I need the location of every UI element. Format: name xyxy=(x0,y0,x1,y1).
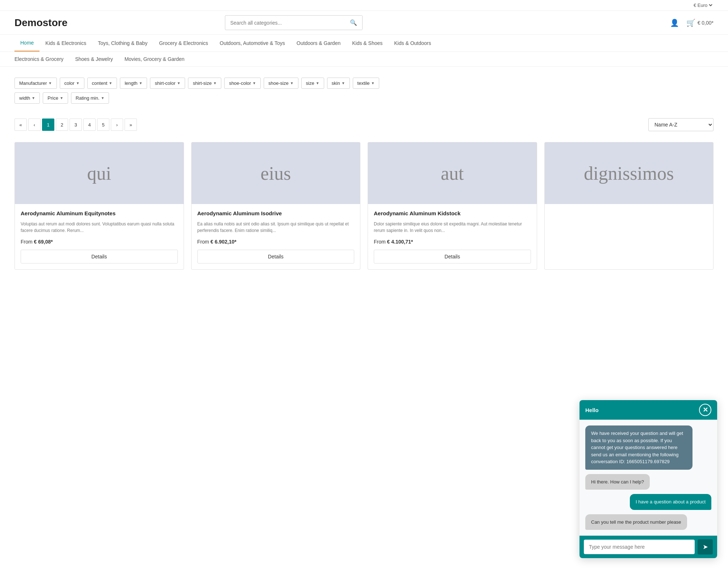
product-desc-0: Voluptas aut rerum aut modi dolores sunt… xyxy=(21,221,178,234)
nav-item-movies-grocery-garden[interactable]: Movies, Grocery & Garden xyxy=(119,52,191,66)
pagination-page-3[interactable]: 3 xyxy=(70,119,82,131)
sort-select[interactable]: Name A-Z Name Z-A Price Low-High Price H… xyxy=(648,118,714,131)
filters-row-1: Manufacturer ▼ color ▼ content ▼ length … xyxy=(14,78,714,89)
cart-amount: € 0,00* xyxy=(698,20,714,26)
user-icon: 👤 xyxy=(670,18,679,27)
logo-rest: store xyxy=(43,17,67,28)
pagination-page-4[interactable]: 4 xyxy=(83,119,96,131)
search-button[interactable]: 🔍 xyxy=(345,16,362,30)
pagination: « ‹ 1 2 3 4 5 › » xyxy=(14,119,137,131)
logo[interactable]: Demostore xyxy=(14,17,67,29)
chevron-down-icon: ▼ xyxy=(32,96,35,100)
product-card-0: qui Aerodynamic Aluminum Equitynotes Vol… xyxy=(14,142,184,270)
pagination-prev[interactable]: ‹ xyxy=(28,119,41,131)
nav-item-kids-outdoors[interactable]: Kids & Outdoors xyxy=(388,35,437,51)
product-image-text-2: aut xyxy=(441,163,464,184)
currency-selector[interactable]: € Euro $ USD xyxy=(692,2,714,8)
chevron-down-icon: ▼ xyxy=(371,81,375,85)
product-image-3: dignissimos xyxy=(545,142,714,204)
filter-skin[interactable]: skin ▼ xyxy=(327,78,350,89)
filter-size[interactable]: size ▼ xyxy=(301,78,324,89)
product-desc-3 xyxy=(551,213,708,253)
product-image-2: aut xyxy=(368,142,537,204)
details-button-2[interactable]: Details xyxy=(374,250,531,263)
nav-item-outdoors-auto[interactable]: Outdoors, Automotive & Toys xyxy=(214,35,291,51)
top-bar: € Euro $ USD xyxy=(0,0,728,11)
filter-shirt-size[interactable]: shirt-size ▼ xyxy=(188,78,221,89)
product-image-text-3: dignissimos xyxy=(584,163,674,184)
nav-item-kids-shoes[interactable]: Kids & Shoes xyxy=(346,35,388,51)
chevron-down-icon: ▼ xyxy=(342,81,345,85)
product-desc-1: Ea alias nulla nobis aut sint odio alias… xyxy=(197,221,355,234)
chevron-down-icon: ▼ xyxy=(109,81,112,85)
product-price-1: From € 6.902,10* xyxy=(197,239,355,245)
cart-button[interactable]: 🛒 € 0,00* xyxy=(686,18,714,27)
filter-manufacturer[interactable]: Manufacturer ▼ xyxy=(14,78,57,89)
search-icon: 🔍 xyxy=(350,20,357,26)
pagination-first[interactable]: « xyxy=(14,119,27,131)
filter-shirt-color[interactable]: shirt-color ▼ xyxy=(150,78,185,89)
filter-content[interactable]: content ▼ xyxy=(87,78,117,89)
chevron-down-icon: ▼ xyxy=(60,96,63,100)
product-card-2: aut Aerodynamic Aluminum Kidstock Dolor … xyxy=(368,142,537,270)
sort-dropdown[interactable]: Name A-Z Name Z-A Price Low-High Price H… xyxy=(648,118,714,131)
filter-length[interactable]: length ▼ xyxy=(120,78,147,89)
product-name-2: Aerodynamic Aluminum Kidstock xyxy=(374,210,531,217)
details-button-1[interactable]: Details xyxy=(197,250,355,263)
details-button-0[interactable]: Details xyxy=(21,250,178,263)
logo-bold: Demo xyxy=(14,17,43,28)
nav-primary: Home Kids & Electronics Toys, Clothing &… xyxy=(0,35,728,52)
pagination-sort-row: « ‹ 1 2 3 4 5 › » Name A-Z Name Z-A Pric… xyxy=(0,111,728,135)
product-card-1: eius Aerodynamic Aluminum Isodrive Ea al… xyxy=(191,142,361,270)
search-input[interactable] xyxy=(225,16,345,29)
chevron-down-icon: ▼ xyxy=(49,81,52,85)
pagination-last[interactable]: » xyxy=(125,119,137,131)
chevron-down-icon: ▼ xyxy=(177,81,181,85)
search-bar: 🔍 xyxy=(225,15,363,30)
filter-color[interactable]: color ▼ xyxy=(60,78,84,89)
filter-shoe-size[interactable]: shoe-size ▼ xyxy=(264,78,298,89)
product-image-text-1: eius xyxy=(260,163,291,184)
product-price-0: From € 69,08* xyxy=(21,239,178,245)
product-name-1: Aerodynamic Aluminum Isodrive xyxy=(197,210,355,217)
nav-item-shoes-jewelry[interactable]: Shoes & Jewelry xyxy=(69,52,118,66)
filter-shoe-color[interactable]: shoe-color ▼ xyxy=(224,78,261,89)
filter-price[interactable]: Price ▼ xyxy=(43,92,68,104)
main-header: Demostore 🔍 👤 🛒 € 0,00* xyxy=(0,11,728,35)
chevron-down-icon: ▼ xyxy=(139,81,143,85)
product-desc-2: Dolor sapiente similique eius dolore sit… xyxy=(374,221,531,234)
chevron-down-icon: ▼ xyxy=(316,81,319,85)
pagination-page-1[interactable]: 1 xyxy=(42,119,54,131)
product-image-text-0: qui xyxy=(87,163,111,184)
product-image-0: qui xyxy=(15,142,184,204)
filter-width[interactable]: width ▼ xyxy=(14,92,40,104)
filter-rating-min[interactable]: Rating min. ▼ xyxy=(71,92,109,104)
nav-item-kids-electronics[interactable]: Kids & Electronics xyxy=(39,35,92,51)
nav-item-toys[interactable]: Toys, Clothing & Baby xyxy=(92,35,153,51)
chevron-down-icon: ▼ xyxy=(290,81,294,85)
chevron-down-icon: ▼ xyxy=(76,81,80,85)
nav-secondary: Electronics & Grocery Shoes & Jewelry Mo… xyxy=(0,52,728,67)
chevron-down-icon: ▼ xyxy=(252,81,256,85)
chevron-down-icon: ▼ xyxy=(101,96,105,100)
cart-icon: 🛒 xyxy=(686,18,695,27)
pagination-page-2[interactable]: 2 xyxy=(56,119,68,131)
product-card-3: dignissimos xyxy=(544,142,714,270)
nav-item-electronics-grocery[interactable]: Electronics & Grocery xyxy=(14,52,69,66)
chevron-down-icon: ▼ xyxy=(213,81,217,85)
filters-row-2: width ▼ Price ▼ Rating min. ▼ xyxy=(14,92,714,104)
product-name-0: Aerodynamic Aluminum Equitynotes xyxy=(21,210,178,217)
product-image-1: eius xyxy=(192,142,360,204)
header-icons: 👤 🛒 € 0,00* xyxy=(670,18,714,27)
nav-item-outdoors-garden[interactable]: Outdoors & Garden xyxy=(291,35,346,51)
pagination-next[interactable]: › xyxy=(111,119,123,131)
filter-textile[interactable]: textile ▼ xyxy=(353,78,380,89)
product-price-2: From € 4.100,71* xyxy=(374,239,531,245)
nav-item-grocery-electronics[interactable]: Grocery & Electronics xyxy=(153,35,214,51)
user-account-button[interactable]: 👤 xyxy=(670,18,679,27)
products-grid: qui Aerodynamic Aluminum Equitynotes Vol… xyxy=(0,135,728,277)
pagination-page-5[interactable]: 5 xyxy=(97,119,109,131)
nav-item-home[interactable]: Home xyxy=(14,35,39,51)
filters-section: Manufacturer ▼ color ▼ content ▼ length … xyxy=(0,67,728,111)
